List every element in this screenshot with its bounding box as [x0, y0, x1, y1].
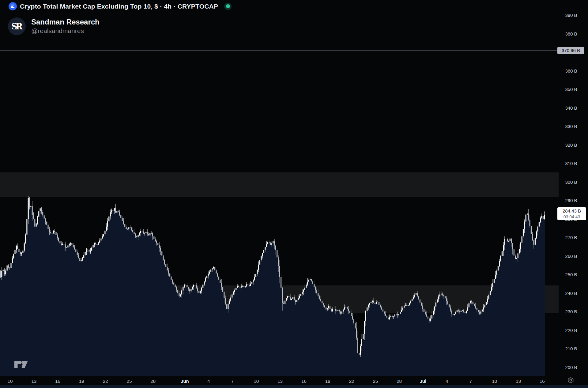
x-axis-label: 25 — [369, 379, 382, 384]
x-axis-label: 22 — [99, 379, 112, 384]
x-axis-label: 19 — [75, 379, 88, 384]
x-axis-label: 28 — [393, 379, 406, 384]
chart-window: Crypto Total Market Cap Excluding Top 10… — [0, 0, 588, 388]
x-axis-label: 13 — [27, 379, 41, 384]
x-axis-label: 10 — [250, 379, 263, 384]
y-axis-label: 380 B — [559, 31, 584, 37]
x-axis-label: 22 — [345, 379, 358, 384]
x-axis-label: 10 — [488, 379, 501, 384]
x-axis-label: 13 — [273, 379, 287, 384]
y-axis-label: 310 B — [559, 160, 584, 167]
x-axis-label: 7 — [226, 379, 239, 384]
y-axis-label: 290 B — [559, 198, 584, 204]
x-axis-month-label: Jul — [416, 379, 430, 384]
time-axis[interactable]: 10131619222528Jun4710131619222528Jul4710… — [0, 376, 588, 385]
gear-icon[interactable] — [567, 376, 575, 385]
x-axis-label: 4 — [202, 379, 215, 384]
chart-canvas[interactable] — [0, 0, 588, 388]
market-status-icon — [224, 3, 232, 10]
y-axis-label: 230 B — [559, 309, 584, 315]
y-axis-label: 360 B — [559, 68, 584, 74]
x-axis-label: 4 — [440, 379, 454, 384]
publisher-block: SR Sandman Research @realsandmanres — [8, 17, 100, 35]
y-axis-label: 340 B — [559, 105, 584, 111]
x-axis-label: 16 — [535, 379, 549, 384]
x-axis-label: 7 — [464, 379, 477, 384]
publisher-avatar: SR — [8, 17, 26, 35]
x-axis-label: 16 — [297, 379, 311, 384]
y-axis-label: 250 B — [559, 272, 584, 278]
x-axis-label: 10 — [3, 379, 17, 384]
last-price-value: 284,43 B — [560, 208, 583, 214]
price-line-axis-label: 370,96 B — [557, 47, 584, 54]
x-axis-label: 13 — [512, 379, 525, 384]
tradingview-logo-icon[interactable] — [14, 361, 28, 371]
y-axis-label: 220 B — [559, 327, 584, 333]
y-axis-label: 210 B — [559, 346, 584, 352]
y-axis-label: 320 B — [559, 142, 584, 148]
x-axis-label: 16 — [51, 379, 65, 384]
y-axis-label: 350 B — [559, 86, 584, 92]
x-axis-month-label: Jun — [178, 379, 191, 384]
publisher-name: Sandman Research — [31, 17, 100, 27]
y-axis-label: 330 B — [559, 123, 584, 130]
y-axis-label: 200 B — [559, 364, 584, 371]
x-axis-label: 25 — [123, 379, 136, 384]
x-axis-label: 28 — [146, 379, 160, 384]
x-axis-label: 19 — [321, 379, 334, 384]
symbol-legend[interactable]: Crypto Total Market Cap Excluding Top 10… — [9, 2, 232, 10]
bottom-pane-edge — [0, 385, 588, 388]
bar-countdown: 03:04:43 — [560, 214, 583, 220]
cryptocap-symbol-icon — [9, 2, 17, 10]
y-axis-label: 270 B — [559, 235, 584, 241]
y-axis-label: 390 B — [559, 12, 584, 18]
y-axis-label: 260 B — [559, 253, 584, 259]
y-axis-label: 240 B — [559, 290, 584, 296]
last-price-axis-label: 284,43 B 03:04:43 — [557, 207, 586, 220]
y-axis-label: 300 B — [559, 179, 584, 185]
publisher-handle: @realsandmanres — [31, 27, 100, 35]
symbol-title[interactable]: Crypto Total Market Cap Excluding Top 10… — [20, 3, 218, 10]
